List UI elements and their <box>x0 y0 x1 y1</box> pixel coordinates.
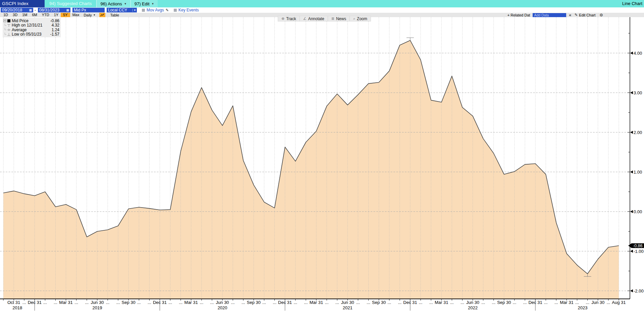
high-marker <box>407 38 414 40</box>
legend-value: 1.24 <box>52 28 59 32</box>
edit-menu-button[interactable]: 97) Edit ▼ <box>130 0 158 7</box>
zoom-button[interactable]: ⌕ Zoom <box>350 16 371 21</box>
svg-text:...: ... <box>325 300 329 305</box>
period-button-1d[interactable]: 1D <box>1 13 10 17</box>
line-chart-icon <box>100 13 104 16</box>
chart-legend[interactable]: Mid Price-0.86High on 12/31/214.32Averag… <box>3 18 61 37</box>
crosshair-icon: ⊕ <box>281 16 284 21</box>
period-button-5y[interactable]: 5Y <box>61 13 70 17</box>
svg-text:Jun 30: Jun 30 <box>91 300 104 305</box>
annotate-button[interactable]: ∠ Annotate <box>300 16 328 21</box>
svg-text:Mar 31: Mar 31 <box>310 300 323 305</box>
svg-text:...: ... <box>148 300 151 305</box>
svg-text:...: ... <box>168 300 172 305</box>
price-chart-svg[interactable]: 4.003.002.001.000.00-1.00-2.00-0.86Oct 3… <box>0 17 644 314</box>
key-events-checkbox[interactable] <box>174 9 177 12</box>
legend-row[interactable]: Low on 05/31/23-1.57 <box>3 32 59 37</box>
legend-row[interactable]: High on 12/31/214.32 <box>3 23 59 28</box>
svg-text:2023: 2023 <box>578 305 588 310</box>
last-price-badge: -0.86 <box>628 243 644 248</box>
period-button-3d[interactable]: 3D <box>10 13 20 17</box>
date-to-input[interactable]: 08/31/2023 ▦ <box>38 8 70 12</box>
date-from-input[interactable]: 09/20/2018 ▦ <box>1 8 33 12</box>
calendar-icon[interactable]: ▦ <box>29 9 32 12</box>
chart-style-button[interactable] <box>99 13 105 17</box>
svg-text:2.00: 2.00 <box>634 130 642 135</box>
legend-value: -1.57 <box>50 32 59 37</box>
collapse-panel-button[interactable]: « <box>569 13 571 17</box>
average-marker-icon <box>3 28 12 32</box>
x-axis-labels: Oct 31...Dec 31......Mar 31......Jun 30.… <box>7 300 626 305</box>
actions-menu-button[interactable]: 96) Actions ▼ <box>96 0 130 7</box>
key-events-label[interactable]: Key Events <box>178 8 199 12</box>
chart-tools-right: + Related Dat Add Data « ✎ Edit Chart ⚙ <box>507 13 644 17</box>
low-marker-icon <box>3 33 12 36</box>
settings-gear-icon[interactable]: ⚙ <box>599 13 603 17</box>
news-label: News <box>336 16 346 21</box>
svg-text:Jun 30: Jun 30 <box>341 300 354 305</box>
svg-text:...: ... <box>523 300 527 305</box>
y-axis <box>628 17 630 299</box>
legend-label: High on 12/31/21 <box>12 23 52 28</box>
caret-down-icon: ▼ <box>152 2 154 5</box>
legend-row[interactable]: Mid Price-0.86 <box>3 18 59 23</box>
chart-settings-bar: 09/20/2018 ▦ - 08/31/2023 ▦ Mid Px Local… <box>0 7 644 13</box>
mov-avgs-checkbox[interactable] <box>142 9 145 12</box>
security-field[interactable]: GSCPI Index <box>0 0 45 7</box>
svg-text:Mar 31: Mar 31 <box>560 300 573 305</box>
related-data-button[interactable]: + Related Dat <box>507 13 530 17</box>
table-button[interactable]: Table <box>107 13 122 17</box>
svg-text:...: ... <box>575 300 579 305</box>
chevron-down-icon[interactable]: ▼ <box>132 9 137 12</box>
svg-text:...: ... <box>262 300 266 305</box>
track-button[interactable]: ⊕ Track <box>278 16 300 21</box>
svg-text:Sep 30: Sep 30 <box>247 300 261 305</box>
legend-value: -0.86 <box>50 18 59 23</box>
year-labels: 201820192020202120222023 <box>12 305 587 310</box>
svg-text:...: ... <box>200 300 203 305</box>
calendar-icon[interactable]: ▦ <box>66 9 69 12</box>
period-button-ytd[interactable]: YTD <box>40 13 52 17</box>
svg-text:...: ... <box>137 300 141 305</box>
svg-text:...: ... <box>461 300 464 305</box>
svg-text:...: ... <box>335 300 339 305</box>
magnifier-icon: ⌕ <box>353 16 355 21</box>
svg-text:...: ... <box>293 300 297 305</box>
currency-select[interactable]: Local CCY ▼ <box>107 8 137 12</box>
title-bar: GSCPI Index 94) Suggested Charts 96) Act… <box>0 0 644 7</box>
svg-text:Mar 31: Mar 31 <box>184 300 198 305</box>
edit-chart-button[interactable]: ✎ Edit Chart <box>575 13 595 17</box>
pencil-icon[interactable]: ✎ <box>166 8 169 12</box>
add-data-input[interactable]: Add Data <box>533 13 566 17</box>
period-button-1y[interactable]: 1Y <box>52 13 61 17</box>
mov-avgs-label[interactable]: Mov Avgs <box>147 8 164 12</box>
legend-label: Low on 05/31/23 <box>12 32 50 37</box>
track-label: Track <box>286 16 296 21</box>
svg-text:...: ... <box>492 300 495 305</box>
svg-text:...: ... <box>241 300 245 305</box>
suggested-charts-button[interactable]: 94) Suggested Charts <box>45 0 96 7</box>
chart-toolbar: ⊕ Track ∠ Annotate ≣ News ⌕ Zoom <box>278 16 371 21</box>
high-marker-icon <box>3 24 12 27</box>
period-button-max[interactable]: Max <box>70 13 82 17</box>
svg-text:...: ... <box>513 300 516 305</box>
svg-text:...: ... <box>273 300 276 305</box>
price-field-input[interactable]: Mid Px <box>72 8 105 12</box>
period-button-6m[interactable]: 6M <box>30 13 39 17</box>
edit-menu-label: 97) Edit <box>135 1 150 6</box>
currency-value: Local CCY <box>107 8 132 12</box>
legend-row[interactable]: Average1.24 <box>3 28 59 32</box>
edit-chart-label: Edit Chart <box>579 13 595 17</box>
svg-text:...: ... <box>304 300 308 305</box>
svg-text:...: ... <box>116 300 120 305</box>
frequency-select[interactable]: Daily ▼ <box>82 13 97 17</box>
period-button-1m[interactable]: 1M <box>20 13 30 17</box>
svg-text:Mar 31: Mar 31 <box>59 300 72 305</box>
news-button[interactable]: ≣ News <box>328 16 350 21</box>
svg-text:...: ... <box>419 300 423 305</box>
svg-text:...: ... <box>450 300 454 305</box>
svg-text:...: ... <box>398 300 401 305</box>
zoom-label: Zoom <box>357 16 367 21</box>
actions-menu-label: 96) Actions <box>100 1 122 6</box>
legend-value: 4.32 <box>52 23 59 28</box>
